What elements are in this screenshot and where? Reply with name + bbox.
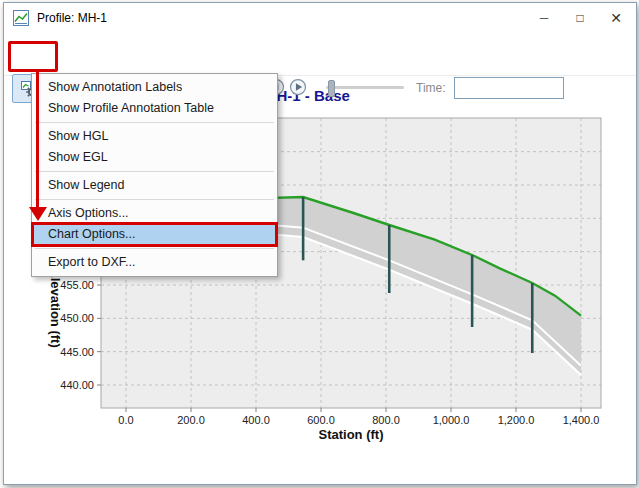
- window-title: Profile: MH-1: [37, 11, 107, 25]
- menu-separator: [35, 122, 274, 123]
- menu-item-show-profile-annotation-table[interactable]: Show Profile Annotation Table: [33, 98, 276, 119]
- close-button[interactable]: ✕: [598, 3, 634, 33]
- x-tick-label: 1,400.0: [563, 414, 600, 426]
- play-button[interactable]: [288, 77, 308, 97]
- x-tick-label: 0.0: [118, 414, 133, 426]
- x-tick-label: 1,000.0: [433, 414, 470, 426]
- x-tick-label: 400.0: [242, 414, 270, 426]
- y-tick-label: 445.00: [60, 346, 94, 358]
- y-tick-label: 440.00: [60, 379, 94, 391]
- menu-separator: [35, 171, 274, 172]
- x-tick-label: 800.0: [372, 414, 400, 426]
- menu-item-chart-options[interactable]: Chart Options...: [33, 224, 276, 245]
- slider-track: [326, 86, 404, 89]
- app-icon: [13, 10, 29, 26]
- x-tick-label: 200.0: [177, 414, 205, 426]
- menu-item-export-to-dxf[interactable]: Export to DXF...: [33, 252, 276, 273]
- time-input[interactable]: [454, 77, 564, 99]
- y-tick-label: 450.00: [60, 312, 94, 324]
- menu-item-show-legend[interactable]: Show Legend: [33, 175, 276, 196]
- x-tick-label: 600.0: [307, 414, 335, 426]
- x-tick-label: 1,200.0: [498, 414, 535, 426]
- time-slider[interactable]: [322, 74, 408, 100]
- window-controls: ─ □ ✕: [526, 3, 634, 33]
- toolbar: Time:: [4, 33, 636, 76]
- menu-separator: [35, 199, 274, 200]
- title-bar: Profile: MH-1 ─ □ ✕: [4, 3, 636, 33]
- menu-item-show-annotation-labels[interactable]: Show Annotation Labels: [33, 77, 276, 98]
- maximize-button[interactable]: □: [562, 3, 598, 33]
- menu-item-show-egl[interactable]: Show EGL: [33, 147, 276, 168]
- x-axis-label: Station (ft): [101, 427, 601, 442]
- menu-item-show-hgl[interactable]: Show HGL: [33, 126, 276, 147]
- profile-window: 0.0200.0400.0600.0800.01,000.01,200.01,4…: [3, 2, 637, 485]
- slider-thumb[interactable]: [328, 80, 335, 97]
- display-options-menu: Show Annotation LabelsShow Profile Annot…: [31, 73, 278, 277]
- time-label: Time:: [416, 81, 446, 95]
- menu-separator: [35, 248, 274, 249]
- minimize-button[interactable]: ─: [526, 3, 562, 33]
- y-axis-label: Elevation (ft): [48, 269, 63, 348]
- y-tick-label: 455.00: [60, 279, 94, 291]
- play-icon: [288, 77, 308, 97]
- menu-item-axis-options[interactable]: Axis Options...: [33, 203, 276, 224]
